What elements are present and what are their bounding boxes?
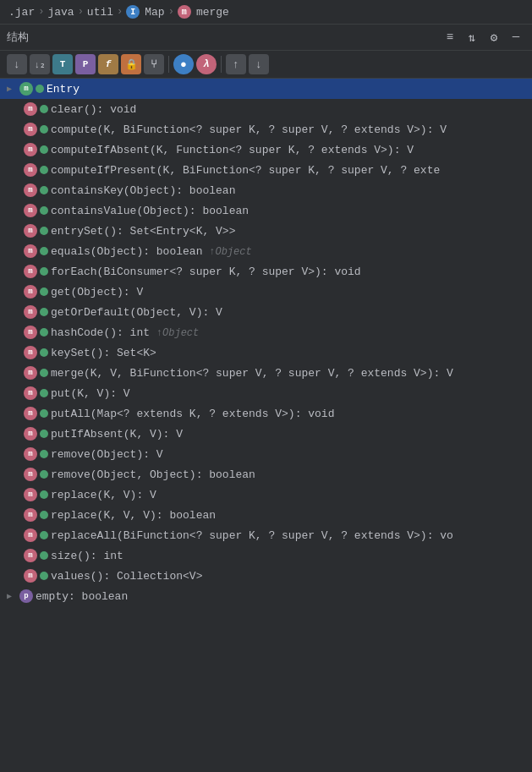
vis-dot-computeifabsent	[40, 145, 48, 154]
tree-row-clear[interactable]: m clear(): void	[0, 99, 532, 119]
p-filter-icon[interactable]: P	[75, 54, 96, 74]
method-icon-compute: m	[24, 123, 37, 136]
settings-icon[interactable]: ⚙	[485, 28, 503, 47]
breadcrumb-sep-1: ›	[38, 6, 44, 18]
arrow-down-icon[interactable]: ↓	[249, 54, 269, 74]
vis-dot-computeifpresent	[40, 166, 48, 174]
panel-header: 结构 ≡ ⇅ ⚙ ─	[0, 25, 532, 51]
tree-row-size[interactable]: m size(): int	[0, 545, 532, 566]
vis-dot-values	[40, 572, 48, 580]
breadcrumb-sep-2: ›	[78, 6, 84, 18]
method-icon-entryset: m	[24, 224, 37, 238]
vis-dot-remove2	[40, 470, 48, 479]
method-icon-clear: m	[24, 102, 37, 116]
align-icon[interactable]: ≡	[441, 28, 459, 47]
method-text-putall: putAll(Map<? extends K, ? extends V>): v…	[51, 408, 334, 420]
tree-row-entryset[interactable]: m entrySet(): Set<Entry<K, V>>	[0, 221, 532, 241]
method-icon-get: m	[24, 285, 37, 298]
tree-row-keyset[interactable]: m keySet(): Set<K>	[0, 342, 532, 363]
circle-blue-icon[interactable]: ●	[173, 54, 194, 74]
icons-toolbar: ↓ ↓₂ T P f 🔒 ⑂ ● λ ↑ ↓	[0, 51, 532, 79]
lock-filter-icon[interactable]: 🔒	[121, 54, 141, 74]
method-icon-getordefault: m	[24, 305, 37, 319]
method-icon-remove1: m	[24, 447, 37, 461]
method-text-containsvalue: containsValue(Object): boolean	[51, 205, 249, 217]
method-icon-keyset: m	[24, 346, 37, 359]
method-text-entryset: entrySet(): Set<Entry<K, V>>	[51, 225, 235, 238]
tree-row-equals[interactable]: m equals(Object): boolean ↑Object	[0, 241, 532, 261]
method-text-putifabsent: putIfAbsent(K, V): V	[51, 428, 183, 441]
tree-row-getordefault[interactable]: m getOrDefault(Object, V): V	[0, 302, 532, 322]
tree-row-putifabsent[interactable]: m putIfAbsent(K, V): V	[0, 424, 532, 444]
vis-dot-putall	[40, 409, 48, 418]
method-text-get: get(Object): V	[51, 286, 143, 298]
entry-label: Entry	[47, 83, 80, 96]
expand-arrow-entry: ▶	[7, 84, 17, 94]
vis-dot-containskey	[40, 186, 48, 194]
method-icon-foreach: m	[24, 265, 37, 278]
tree-row-replace1[interactable]: m replace(K, V): V	[0, 485, 532, 505]
arrow-up-icon[interactable]: ↑	[226, 54, 246, 74]
method-icon-size: m	[24, 549, 37, 562]
tree-row-foreach[interactable]: m forEach(BiConsumer<? super K, ? super …	[0, 261, 532, 282]
vis-dot-size	[40, 551, 48, 560]
vis-dot-getordefault	[40, 308, 48, 316]
tree-row-replaceall[interactable]: m replaceAll(BiFunction<? super K, ? sup…	[0, 525, 532, 545]
tree-row-containsvalue[interactable]: m containsValue(Object): boolean	[0, 200, 532, 221]
vis-dot-get	[40, 287, 48, 296]
vis-dot-entryset	[40, 227, 48, 235]
sort-asc-icon[interactable]: ↓	[7, 54, 27, 74]
tree-row-compute[interactable]: m compute(K, BiFunction<? super K, ? sup…	[0, 119, 532, 140]
tree-row-remove1[interactable]: m remove(Object): V	[0, 444, 532, 464]
method-icon-containskey: m	[24, 183, 37, 197]
tree-row-merge[interactable]: m merge(K, V, BiFunction<? super V, ? su…	[0, 363, 532, 383]
method-text-size: size(): int	[51, 550, 123, 562]
breadcrumb-java[interactable]: java	[47, 6, 74, 19]
method-text-compute: compute(K, BiFunction<? super K, ? super…	[51, 123, 447, 136]
method-text-remove1: remove(Object): V	[51, 448, 163, 461]
method-text-replace2: replace(K, V, V): boolean	[51, 509, 216, 522]
tree-row-remove2[interactable]: m remove(Object, Object): boolean	[0, 464, 532, 485]
lambda-icon[interactable]: λ	[196, 54, 217, 74]
tree-row-hashcode[interactable]: m hashCode(): int ↑Object	[0, 322, 532, 342]
method-icon-merge: m	[24, 366, 37, 380]
fork-filter-icon[interactable]: ⑂	[144, 54, 164, 74]
header-actions: ≡ ⇅ ⚙ ─	[441, 28, 525, 47]
minimize-icon[interactable]: ─	[507, 28, 525, 47]
tree-row-entry[interactable]: ▶ m Entry	[0, 79, 532, 99]
breadcrumb: .jar › java › util › I Map › m merge	[0, 0, 532, 25]
vis-dot-put	[40, 389, 48, 397]
breadcrumb-merge[interactable]: merge	[196, 6, 229, 19]
method-text-put: put(K, V): V	[51, 387, 130, 400]
sort-numbered-icon[interactable]: ↓₂	[30, 54, 50, 74]
method-icon-computeifabsent: m	[24, 143, 37, 156]
tree-row-empty[interactable]: ▶ p empty: boolean	[0, 586, 532, 606]
breadcrumb-sep-3: ›	[117, 6, 123, 18]
toolbar-separator	[168, 56, 169, 73]
tree-row-computeifabsent[interactable]: m computeIfAbsent(K, Function<? super K,…	[0, 140, 532, 160]
toolbar-separator-2	[221, 56, 222, 73]
expand-icon[interactable]: ⇅	[463, 28, 481, 47]
tree-row-put[interactable]: m put(K, V): V	[0, 383, 532, 403]
method-icon-equals: m	[24, 244, 37, 258]
method-text-getordefault: getOrDefault(Object, V): V	[51, 306, 222, 319]
breadcrumb-jar[interactable]: .jar	[8, 6, 35, 19]
method-icon-containsvalue: m	[24, 204, 37, 217]
vis-dot-hashcode	[40, 328, 48, 337]
tree-row-putall[interactable]: m putAll(Map<? extends K, ? extends V>):…	[0, 403, 532, 424]
tree-row-containskey[interactable]: m containsKey(Object): boolean	[0, 180, 532, 200]
tree-row-values[interactable]: m values(): Collection<V>	[0, 566, 532, 586]
method-icon-replace1: m	[24, 488, 37, 501]
breadcrumb-method-icon: m	[178, 5, 191, 19]
breadcrumb-util[interactable]: util	[87, 6, 113, 19]
t-filter-icon[interactable]: T	[52, 54, 73, 74]
f-filter-icon[interactable]: f	[98, 54, 118, 74]
method-text-clear: clear(): void	[51, 103, 136, 116]
method-text-replace1: replace(K, V): V	[51, 489, 156, 501]
method-text-merge: merge(K, V, BiFunction<? super V, ? supe…	[51, 367, 453, 380]
tree-row-computeifpresent[interactable]: m computeIfPresent(K, BiFunction<? super…	[0, 160, 532, 180]
tree-row-replace2[interactable]: m replace(K, V, V): boolean	[0, 505, 532, 525]
breadcrumb-map[interactable]: Map	[145, 6, 164, 19]
tree-row-get[interactable]: m get(Object): V	[0, 282, 532, 302]
method-text-computeifabsent: computeIfAbsent(K, Function<? super K, ?…	[51, 144, 414, 156]
